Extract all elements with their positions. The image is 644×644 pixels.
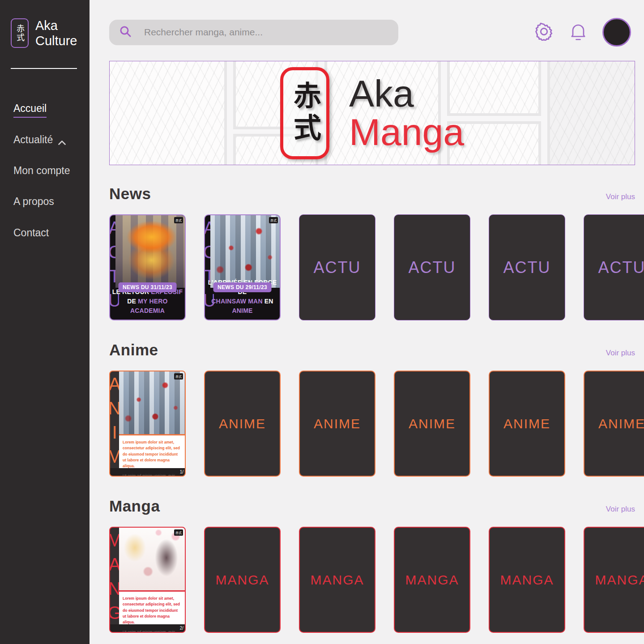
news-card-my-hero-academia[interactable]: ACTU 赤式 NEWS DU 31/11/23 LE RETOUR EXPLO… [109, 214, 186, 320]
anime-voir-plus-link[interactable]: Voir plus [606, 349, 635, 358]
logo-kanji-badge: 赤式 [11, 18, 29, 48]
news-date-badge: NEWS DU 31/11/23 [118, 282, 177, 292]
news-card-chainsaw-man[interactable]: ACTU 赤式 NEWS DU 29/11/23 L’ARRIVÉE EN FO… [204, 214, 281, 320]
anime-feature-card[interactable]: ANIME 赤式 Lorem ipsum dolor sit amet, con… [109, 371, 186, 477]
sidebar-item-label: Actualité [13, 134, 53, 149]
sidebar: 赤式 Aka Culture Accueil Actualité Mon com… [0, 0, 90, 644]
manga-feature-card[interactable]: MANGA 赤式 Lorem ipsum dolor sit amet, con… [109, 527, 186, 633]
news-date-badge: NEWS DU 29/11/23 [213, 282, 272, 292]
top-bar [109, 18, 644, 47]
card-lead-text: Lorem ipsum dolor sit amet, consectetur … [123, 596, 181, 626]
sidebar-item-contact[interactable]: Contact [13, 227, 90, 242]
sidebar-nav: Accueil Actualité Mon compte A propos Co… [11, 103, 90, 258]
anime-placeholder-card[interactable]: ANIME [299, 371, 375, 477]
avatar[interactable] [602, 18, 631, 47]
app-logo: 赤式 Aka Culture [11, 18, 90, 48]
caption-text-highlight: CHAINSAW MAN [211, 298, 262, 305]
anime-card-image: 赤式 [119, 371, 185, 434]
anime-placeholder-card[interactable]: ANIME [584, 371, 644, 477]
card-vertical-label: ANIME [110, 371, 119, 476]
caption-text: EN [263, 298, 273, 305]
search-icon [119, 25, 132, 39]
watermark-logo: 赤式 [174, 373, 183, 380]
anime-placeholder-card[interactable]: ANIME [204, 371, 281, 477]
chevron-up-icon [58, 136, 66, 147]
card-lead-text: Lorem ipsum dolor sit amet, consectetur … [123, 439, 181, 469]
manga-voir-plus-link[interactable]: Voir plus [606, 505, 635, 514]
sidebar-divider [11, 68, 77, 69]
news-placeholder-card[interactable]: ACTU [584, 214, 644, 320]
news-placeholder-card[interactable]: ACTU [394, 214, 470, 320]
sidebar-item-a-propos[interactable]: A propos [13, 196, 90, 210]
watermark-logo: 赤式 [174, 529, 183, 536]
news-card-image: 赤式 [115, 215, 185, 288]
app-name-line1: Aka [35, 18, 77, 33]
banner-title-top: Aka [349, 75, 464, 113]
card-body-text: Ut enim ad minim veniam, quis nostrud ex… [123, 629, 181, 633]
sidebar-item-mon-compte[interactable]: Mon compte [13, 165, 90, 179]
news-voir-plus-link[interactable]: Voir plus [606, 192, 635, 201]
gear-icon [535, 22, 553, 42]
banner-logo: 赤式 Aka Manga [110, 61, 635, 165]
caption-text-highlight: ANIME [232, 307, 252, 314]
notifications-button[interactable] [570, 22, 586, 43]
manga-card-text: Lorem ipsum dolor sit amet, consectetur … [119, 592, 185, 624]
card-vertical-label: MANGA [110, 528, 119, 632]
sidebar-item-actualite[interactable]: Actualité [13, 134, 90, 149]
anime-section-header: Anime Voir plus [109, 341, 635, 359]
manga-row: MANGA 赤式 Lorem ipsum dolor sit amet, con… [109, 527, 644, 633]
card-body-text: Ut enim ad minim veniam, quis nostrud ex… [123, 473, 181, 477]
news-placeholder-card[interactable]: ACTU [299, 214, 375, 320]
sidebar-item-accueil[interactable]: Accueil [13, 103, 90, 117]
section-title-anime: Anime [109, 341, 158, 359]
section-title-manga: Manga [109, 497, 160, 515]
watermark-logo: 赤式 [174, 217, 183, 223]
anime-card-text: Lorem ipsum dolor sit amet, consectetur … [119, 435, 185, 468]
manga-placeholder-card[interactable]: MANGA [489, 527, 565, 633]
manga-card-image: 赤式 [119, 528, 185, 590]
sidebar-item-label: Accueil [13, 103, 47, 117]
manga-placeholder-card[interactable]: MANGA [204, 527, 281, 633]
news-card-image: 赤式 [210, 215, 280, 288]
watermark-logo: 赤式 [269, 217, 278, 223]
banner-title-bottom: Manga [349, 113, 464, 152]
section-title-news: News [109, 185, 151, 203]
caption-text: DE [127, 298, 138, 305]
main-content: 赤式 Aka Manga News Voir plus ACTU 赤式 NEWS… [90, 0, 644, 644]
manga-placeholder-card[interactable]: MANGA [584, 527, 644, 633]
banner-kanji-badge: 赤式 [280, 67, 329, 159]
app-name-line2: Culture [35, 33, 77, 48]
anime-placeholder-card[interactable]: ANIME [394, 371, 470, 477]
news-section-header: News Voir plus [109, 185, 635, 203]
manga-section-header: Manga Voir plus [109, 497, 635, 515]
search-bar[interactable] [109, 20, 398, 45]
manga-placeholder-card[interactable]: MANGA [299, 527, 375, 633]
sidebar-item-label: Mon compte [13, 165, 70, 179]
sidebar-item-label: A propos [13, 196, 54, 210]
anime-placeholder-card[interactable]: ANIME [489, 371, 565, 477]
hero-banner: 赤式 Aka Manga [109, 61, 635, 165]
settings-button[interactable] [535, 22, 553, 42]
manga-placeholder-card[interactable]: MANGA [394, 527, 470, 633]
news-row: ACTU 赤式 NEWS DU 31/11/23 LE RETOUR EXPLO… [109, 214, 644, 320]
sidebar-item-label: Contact [13, 227, 49, 242]
search-input[interactable] [143, 26, 388, 38]
bell-icon [570, 22, 586, 43]
app-name: Aka Culture [35, 18, 77, 48]
news-placeholder-card[interactable]: ACTU [489, 214, 565, 320]
anime-row: ANIME 赤式 Lorem ipsum dolor sit amet, con… [109, 371, 644, 477]
